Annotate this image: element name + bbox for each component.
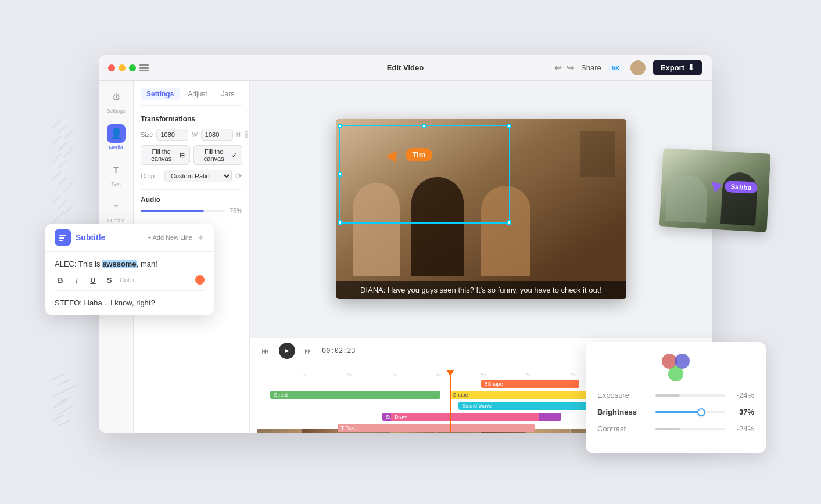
selection-overlay <box>339 125 510 224</box>
decorative-lines-bottom <box>52 374 99 434</box>
fill-canvas-row: Fill the canvas ⊞ Fill the canvas ⤢ <box>141 145 242 165</box>
svg-line-13 <box>64 206 73 215</box>
link-dimensions-icon[interactable]: ⛓ <box>244 130 250 139</box>
undo-button[interactable]: ↩ <box>554 62 562 73</box>
sidebar-item-settings[interactable]: ⚙ Settings <box>106 88 126 114</box>
svg-line-12 <box>58 200 67 209</box>
svg-line-9 <box>58 177 67 186</box>
fill-canvas-button[interactable]: Fill the canvas ⊞ <box>141 145 190 165</box>
brightness-bar[interactable] <box>655 411 725 413</box>
strikethrough-button[interactable]: S <box>103 276 115 285</box>
clip-shape[interactable]: Shape <box>450 391 593 399</box>
video-preview: Tim DIANA: Have you guys seen this? It's… <box>336 119 626 299</box>
svg-line-26 <box>58 420 70 426</box>
play-button[interactable]: ▶ <box>279 343 295 359</box>
redo-button[interactable]: ↪ <box>567 62 574 73</box>
color-adjust-panel: Exposure -24% Brightness 37% Contrast -2… <box>586 342 766 453</box>
svg-line-5 <box>64 148 73 157</box>
crop-rotate-icon[interactable]: ⟳ <box>235 171 242 181</box>
svg-line-21 <box>52 391 64 397</box>
brightness-value: 37% <box>731 408 754 416</box>
subtitle-panel: Subtitle + Add New Line ✦ ALEC: This is … <box>45 224 214 315</box>
underline-button[interactable]: U <box>87 276 99 285</box>
user-avatar[interactable] <box>630 60 646 75</box>
color-circles-icon <box>597 354 754 381</box>
handle-bottom-right[interactable] <box>507 220 511 225</box>
handle-left-mid[interactable] <box>338 172 342 177</box>
svg-line-19 <box>58 380 70 386</box>
sk-badge: 5K <box>608 63 623 73</box>
title-bar: Edit Video ↩ ↪ Share 5K Export ⬇ <box>99 55 712 81</box>
highlighted-word: awesome <box>102 260 137 268</box>
add-new-line-button[interactable]: + Add New Line <box>148 234 192 241</box>
tim-cursor-arrow <box>386 147 401 162</box>
svg-line-18 <box>52 374 64 380</box>
menu-hamburger[interactable] <box>139 64 149 71</box>
svg-line-11 <box>52 195 61 203</box>
svg-line-1 <box>58 125 67 134</box>
sidebar-item-subtitle[interactable]: ≡ Subtitle <box>107 197 126 224</box>
brightness-row: Brightness 37% <box>597 408 754 416</box>
playhead[interactable] <box>450 370 451 433</box>
handle-top-right[interactable] <box>507 124 511 128</box>
close-button[interactable] <box>108 64 115 71</box>
fit-canvas-button[interactable]: Fill the canvas ⤢ <box>193 145 243 165</box>
svg-line-20 <box>64 386 76 391</box>
subtitle-line1: ALEC: This is awesome, man! <box>55 259 205 269</box>
brightness-label: Brightness <box>597 408 650 416</box>
exposure-value: -24% <box>731 391 754 399</box>
minimize-button[interactable] <box>119 64 126 71</box>
clip-street[interactable]: Street <box>270 391 440 399</box>
handle-bottom-left[interactable] <box>338 220 342 225</box>
svg-line-24 <box>58 406 73 415</box>
tab-settings[interactable]: Settings <box>141 88 180 100</box>
share-button[interactable]: Share <box>581 63 601 72</box>
skip-back-button[interactable]: ⏮ <box>261 346 270 355</box>
crop-row: Crop Custom Ratio ⟳ <box>141 170 242 182</box>
sidebar-item-media[interactable]: 👤 Media <box>107 124 126 150</box>
tab-adjust[interactable]: Adjust <box>182 88 213 100</box>
handle-top-left[interactable] <box>338 124 342 128</box>
subtitle-line2[interactable]: STEFO: Haha... I know, right? <box>55 298 205 308</box>
video-container: Tim DIANA: Have you guys seen this? It's… <box>250 81 712 337</box>
svg-rect-15 <box>59 235 66 236</box>
italic-button[interactable]: I <box>71 276 83 285</box>
contrast-bar[interactable] <box>655 428 725 430</box>
handle-top-mid[interactable] <box>422 124 426 128</box>
crop-select[interactable]: Custom Ratio <box>164 170 232 182</box>
svg-line-10 <box>64 183 73 192</box>
sabba-label: Sabba <box>725 181 758 194</box>
export-button[interactable]: Export ⬇ <box>653 60 702 75</box>
clip-bshape[interactable]: BShape <box>481 380 580 388</box>
exposure-label: Exposure <box>597 391 650 399</box>
sidebar-item-text[interactable]: T Text <box>107 161 126 187</box>
svg-line-8 <box>52 171 61 180</box>
second-video-thumbnail: Sabba <box>659 148 771 232</box>
svg-line-4 <box>58 142 67 151</box>
volume-bar[interactable] <box>141 210 225 212</box>
skip-forward-button[interactable]: ⏭ <box>304 346 313 355</box>
svg-line-14 <box>52 212 64 224</box>
subtitle-panel-header: Subtitle + Add New Line ✦ <box>45 224 214 252</box>
svg-rect-16 <box>59 237 64 239</box>
height-input[interactable] <box>201 129 233 141</box>
svg-line-25 <box>52 415 64 420</box>
brightness-thumb[interactable] <box>697 408 705 416</box>
maximize-button[interactable] <box>129 64 136 71</box>
clip-draw[interactable]: Draw <box>391 413 539 421</box>
tim-label: Tim <box>406 148 433 161</box>
color-picker[interactable] <box>195 275 205 285</box>
exposure-bar[interactable] <box>655 394 725 397</box>
subtitle-panel-content: ALEC: This is awesome, man! B I U S Colo… <box>45 252 214 315</box>
volume-value: 75% <box>230 207 242 214</box>
audio-title: Audio <box>141 196 242 204</box>
video-subtitle-bar: DIANA: Have you guys seen this? It's so … <box>336 281 626 299</box>
width-input[interactable] <box>156 129 188 141</box>
tab-jars[interactable]: Jars <box>216 88 241 100</box>
tim-annotation: Tim <box>388 148 433 161</box>
magic-wand-icon[interactable]: ✦ <box>197 232 205 243</box>
transformations-title: Transformations <box>141 115 242 123</box>
contrast-label: Contrast <box>597 424 650 433</box>
clip-text[interactable]: T Text <box>338 424 535 432</box>
bold-button[interactable]: B <box>55 276 66 285</box>
